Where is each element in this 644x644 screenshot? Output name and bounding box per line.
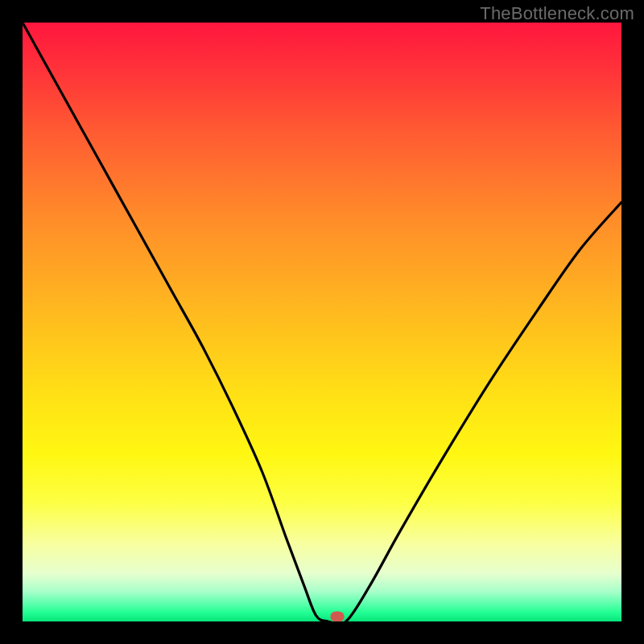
- optimal-marker: [330, 612, 344, 621]
- watermark-text: TheBottleneck.com: [480, 3, 634, 24]
- bottleneck-curve: [23, 23, 621, 621]
- curve-svg: [23, 23, 621, 621]
- plot-area: [23, 23, 621, 621]
- chart-frame: TheBottleneck.com: [0, 0, 644, 644]
